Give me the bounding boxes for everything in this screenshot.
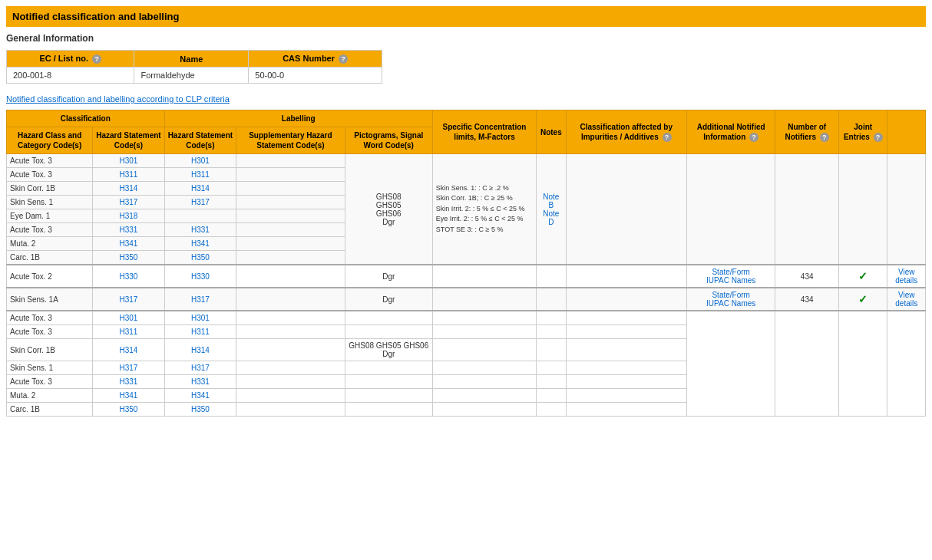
impurities-cell xyxy=(566,288,686,311)
label-hazard-code-link[interactable]: H350 xyxy=(191,405,210,413)
hazard-code-link[interactable]: H350 xyxy=(119,253,137,262)
name-value: Formaldehyde xyxy=(134,68,249,84)
scl-cell: Skin Sens. 1: : C ≥ .2 %Skin Corr. 1B; :… xyxy=(432,154,536,265)
hazard-code-link[interactable]: H301 xyxy=(119,314,137,322)
note-d-link[interactable]: Note D xyxy=(543,209,559,226)
label-hazard-code-cell: H331 xyxy=(164,223,236,237)
label-hazard-code-link[interactable]: H314 xyxy=(191,184,210,193)
additional-cell: State/FormIUPAC Names xyxy=(686,265,775,288)
hazard-code-link[interactable]: H317 xyxy=(119,295,137,304)
additional-link[interactable]: IUPAC Names xyxy=(706,276,755,285)
label-hazard-code-cell: H341 xyxy=(164,237,236,251)
additional-link[interactable]: IUPAC Names xyxy=(706,299,755,308)
label-hazard-code-link[interactable]: H301 xyxy=(191,156,210,165)
hazard-code-link[interactable]: H318 xyxy=(119,212,137,220)
notes-cell xyxy=(537,265,566,288)
hazard-class-cell: Acute Tox. 3 xyxy=(7,375,93,389)
label-hazard-stmt-header: Hazard Statement Code(s) xyxy=(164,127,236,154)
cas-help-icon[interactable]: ? xyxy=(339,54,348,64)
label-hazard-code-link[interactable]: H317 xyxy=(191,198,210,206)
hazard-code-link[interactable]: H311 xyxy=(119,328,137,336)
view-details-cell xyxy=(887,154,926,265)
cas-value: 50-00-0 xyxy=(249,68,382,84)
hazard-code-link[interactable]: H301 xyxy=(119,156,137,165)
label-hazard-code-link[interactable]: H311 xyxy=(191,170,210,179)
class-hazard-code-cell: H317 xyxy=(93,196,164,209)
hazard-class-cell: Skin Corr. 1B xyxy=(7,339,93,361)
additional-link[interactable]: State/Form xyxy=(712,268,749,276)
label-hazard-code-cell: H314 xyxy=(164,339,236,361)
hazard-code-link[interactable]: H314 xyxy=(119,184,137,193)
general-info-table: EC / List no. ? Name CAS Number ? 200-00… xyxy=(6,50,382,84)
pictogram-cell xyxy=(345,403,432,417)
scl-cell xyxy=(432,389,536,403)
scl-cell xyxy=(432,325,536,339)
impurities-help-icon[interactable]: ? xyxy=(663,133,672,142)
label-hazard-code-link[interactable]: H331 xyxy=(191,377,210,386)
suppl-hazard-cell xyxy=(236,325,345,339)
hazard-code-link[interactable]: H311 xyxy=(119,170,137,179)
hazard-code-link[interactable]: H331 xyxy=(119,226,137,234)
suppl-hazard-cell xyxy=(236,339,345,361)
label-hazard-code-cell: H350 xyxy=(164,251,236,265)
clp-criteria-label: Notified classification and labelling ac… xyxy=(6,94,926,104)
hazard-code-link[interactable]: H331 xyxy=(119,377,137,386)
class-hazard-code-cell: H331 xyxy=(93,223,164,237)
label-hazard-code-link[interactable]: H350 xyxy=(191,253,210,262)
ec-help-icon[interactable]: ? xyxy=(92,54,101,64)
suppl-hazard-cell xyxy=(236,361,345,375)
pictogram-cell xyxy=(345,375,432,389)
label-hazard-code-link[interactable]: H341 xyxy=(191,239,210,248)
scl-cell xyxy=(432,339,536,361)
label-hazard-code-link[interactable]: H331 xyxy=(191,226,210,234)
hazard-code-link[interactable]: H314 xyxy=(119,346,137,354)
note-b-link[interactable]: Note B xyxy=(543,193,559,209)
hazard-code-link[interactable]: H317 xyxy=(119,198,137,206)
class-hazard-code-cell: H317 xyxy=(93,288,164,311)
joint-header: Joint Entries ? xyxy=(838,110,887,154)
hazard-code-link[interactable]: H341 xyxy=(119,239,137,248)
label-hazard-code-cell: H311 xyxy=(164,168,236,182)
table-row: Skin Sens. 1AH317H317DgrState/FormIUPAC … xyxy=(7,288,926,311)
label-hazard-code-link[interactable]: H341 xyxy=(191,391,210,400)
hazard-class-cell: Acute Tox. 3 xyxy=(7,223,93,237)
hazard-class-cell: Acute Tox. 3 xyxy=(7,311,93,325)
label-hazard-code-link[interactable]: H311 xyxy=(191,328,210,336)
label-hazard-code-link[interactable]: H314 xyxy=(191,346,210,354)
impurities-cell xyxy=(566,325,686,339)
suppl-hazard-cell xyxy=(236,311,345,325)
additional-help-icon[interactable]: ? xyxy=(749,133,758,142)
impurities-cell xyxy=(566,389,686,403)
scl-cell xyxy=(432,288,536,311)
label-hazard-code-link[interactable]: H301 xyxy=(191,314,210,322)
view-details-link[interactable]: View details xyxy=(895,291,917,308)
hazard-code-link[interactable]: H350 xyxy=(119,405,137,413)
joint-help-icon[interactable]: ? xyxy=(874,133,883,142)
hazard-code-link[interactable]: H341 xyxy=(119,391,137,400)
view-details-cell: View details xyxy=(887,288,926,311)
pictogram-cell: Dgr xyxy=(345,265,432,288)
notes-cell: Note BNote D xyxy=(537,154,566,265)
suppl-hazard-cell xyxy=(236,154,345,168)
label-hazard-code-cell: H317 xyxy=(164,288,236,311)
class-hazard-code-cell: H301 xyxy=(93,154,164,168)
suppl-hazard-cell xyxy=(236,196,345,209)
label-hazard-code-link[interactable]: H317 xyxy=(191,364,210,372)
hazard-code-link[interactable]: H330 xyxy=(119,272,137,281)
suppl-hazard-cell xyxy=(236,389,345,403)
view-details-link[interactable]: View details xyxy=(895,268,917,285)
suppl-hazard-header: Supplementary Hazard Statement Code(s) xyxy=(236,127,345,154)
ec-header: EC / List no. ? xyxy=(7,51,134,68)
joint-cell xyxy=(838,311,887,417)
notifiers-help-icon[interactable]: ? xyxy=(820,133,829,142)
notes-cell xyxy=(537,403,566,417)
labelling-group-header: Labelling xyxy=(164,110,432,127)
impurities-cell xyxy=(566,361,686,375)
table-row: Acute Tox. 2H330H330DgrState/FormIUPAC N… xyxy=(7,265,926,288)
notifiers-cell xyxy=(775,311,839,417)
label-hazard-code-link[interactable]: H330 xyxy=(191,272,210,281)
additional-link[interactable]: State/Form xyxy=(712,291,749,299)
label-hazard-code-link[interactable]: H317 xyxy=(191,295,210,304)
hazard-code-link[interactable]: H317 xyxy=(119,364,137,372)
pictogram-cell: Dgr xyxy=(345,288,432,311)
